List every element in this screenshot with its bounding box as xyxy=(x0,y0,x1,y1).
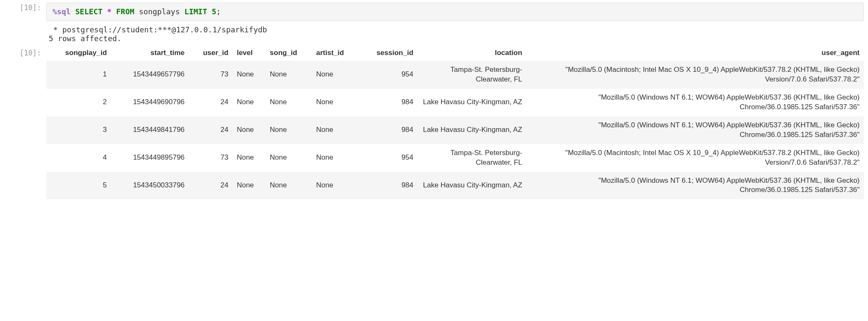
code-token xyxy=(112,7,116,16)
cell-location: Lake Havasu City-Kingman, AZ xyxy=(418,116,526,144)
column-header-song_id: song_id xyxy=(266,45,312,61)
code-input-area[interactable]: %sql SELECT * FROM songplays LIMIT 5; xyxy=(46,3,864,21)
column-header-artist_id: artist_id xyxy=(312,45,359,61)
cell-artist_id: None xyxy=(312,89,359,116)
code-token xyxy=(207,7,212,16)
table-row: 2154344969079624NoneNoneNone984Lake Hava… xyxy=(46,89,864,116)
cell-start_time: 1543449657796 xyxy=(111,61,189,89)
code-token: SELECT xyxy=(75,7,102,16)
code-token: FROM xyxy=(116,7,134,16)
table-row: 1154344965779673NoneNoneNone954Tampa-St.… xyxy=(46,61,864,89)
cell-level: None xyxy=(233,144,266,172)
cell-user_id: 73 xyxy=(189,61,233,89)
cell-location: Tampa-St. Petersburg-Clearwater, FL xyxy=(418,61,526,89)
cell-user_agent: "Mozilla/5.0 (Windows NT 6.1; WOW64) App… xyxy=(526,89,864,116)
column-header-location: location xyxy=(418,45,526,61)
column-header-user_agent: user_agent xyxy=(526,45,864,61)
result-table-wrap: songplay_idstart_timeuser_idlevelsong_id… xyxy=(46,45,868,203)
result-cell: [10]: songplay_idstart_timeuser_idlevels… xyxy=(0,45,868,203)
cell-artist_id: None xyxy=(312,172,359,200)
result-table-body: 1154344965779673NoneNoneNone954Tampa-St.… xyxy=(46,61,864,200)
cell-session_id: 984 xyxy=(359,172,418,200)
column-header-level: level xyxy=(233,45,266,61)
column-header-user_id: user_id xyxy=(189,45,233,61)
result-header-row: songplay_idstart_timeuser_idlevelsong_id… xyxy=(46,45,864,61)
cell-location: Tampa-St. Petersburg-Clearwater, FL xyxy=(418,144,526,172)
cell-songplay_id: 2 xyxy=(46,89,111,116)
cell-start_time: 1543450033796 xyxy=(111,172,189,200)
cell-song_id: None xyxy=(266,172,312,200)
cell-session_id: 954 xyxy=(359,144,418,172)
result-table-head: songplay_idstart_timeuser_idlevelsong_id… xyxy=(46,45,864,61)
cell-level: None xyxy=(233,116,266,144)
cell-location: Lake Havasu City-Kingman, AZ xyxy=(418,89,526,116)
input-prompt: [10]: xyxy=(0,0,46,12)
cell-user_id: 24 xyxy=(189,172,233,200)
code-token: ; xyxy=(216,7,221,16)
stdout-cell: * postgresql://student:***@127.0.0.1/spa… xyxy=(0,24,868,45)
cell-user_id: 24 xyxy=(189,116,233,144)
cell-user_id: 73 xyxy=(189,144,233,172)
cell-artist_id: None xyxy=(312,144,359,172)
cell-song_id: None xyxy=(266,116,312,144)
code-token: * xyxy=(107,7,112,16)
stdout-prompt xyxy=(0,24,46,27)
magic-command: %sql xyxy=(52,7,71,16)
cell-session_id: 984 xyxy=(359,89,418,116)
code-line: %sql SELECT * FROM songplays LIMIT 5; xyxy=(52,7,221,16)
table-row: 3154344984179624NoneNoneNone984Lake Hava… xyxy=(46,116,864,144)
cell-songplay_id: 1 xyxy=(46,61,111,89)
cell-user_agent: "Mozilla/5.0 (Windows NT 6.1; WOW64) App… xyxy=(526,172,864,200)
column-header-start_time: start_time xyxy=(111,45,189,61)
table-row: 5154345003379624NoneNoneNone984Lake Hava… xyxy=(46,172,864,200)
code-token xyxy=(71,7,75,16)
table-row: 4154344989579673NoneNoneNone954Tampa-St.… xyxy=(46,144,864,172)
cell-start_time: 1543449895796 xyxy=(111,144,189,172)
cell-songplay_id: 4 xyxy=(46,144,111,172)
column-header-session_id: session_id xyxy=(359,45,418,61)
cell-level: None xyxy=(233,172,266,200)
input-cell: [10]: %sql SELECT * FROM songplays LIMIT… xyxy=(0,0,868,24)
column-header-songplay_id: songplay_id xyxy=(46,45,111,61)
stdout-text: * postgresql://student:***@127.0.0.1/spa… xyxy=(46,24,868,45)
cell-artist_id: None xyxy=(312,61,359,89)
code-token: 5 xyxy=(212,7,216,16)
result-table: songplay_idstart_timeuser_idlevelsong_id… xyxy=(46,45,864,199)
cell-songplay_id: 3 xyxy=(46,116,111,144)
code-token: songplays xyxy=(134,7,184,16)
cell-user_agent: "Mozilla/5.0 (Macintosh; Intel Mac OS X … xyxy=(526,61,864,89)
cell-user_agent: "Mozilla/5.0 (Windows NT 6.1; WOW64) App… xyxy=(526,116,864,144)
code-token: LIMIT xyxy=(184,7,207,16)
cell-song_id: None xyxy=(266,89,312,116)
cell-user_agent: "Mozilla/5.0 (Macintosh; Intel Mac OS X … xyxy=(526,144,864,172)
cell-location: Lake Havasu City-Kingman, AZ xyxy=(418,172,526,200)
cell-start_time: 1543449841796 xyxy=(111,116,189,144)
cell-level: None xyxy=(233,61,266,89)
cell-user_id: 24 xyxy=(189,89,233,116)
cell-artist_id: None xyxy=(312,116,359,144)
output-prompt: [10]: xyxy=(0,45,46,57)
cell-songplay_id: 5 xyxy=(46,172,111,200)
cell-session_id: 954 xyxy=(359,61,418,89)
cell-level: None xyxy=(233,89,266,116)
cell-song_id: None xyxy=(266,61,312,89)
code-token xyxy=(102,7,107,16)
cell-song_id: None xyxy=(266,144,312,172)
cell-start_time: 1543449690796 xyxy=(111,89,189,116)
cell-session_id: 984 xyxy=(359,116,418,144)
